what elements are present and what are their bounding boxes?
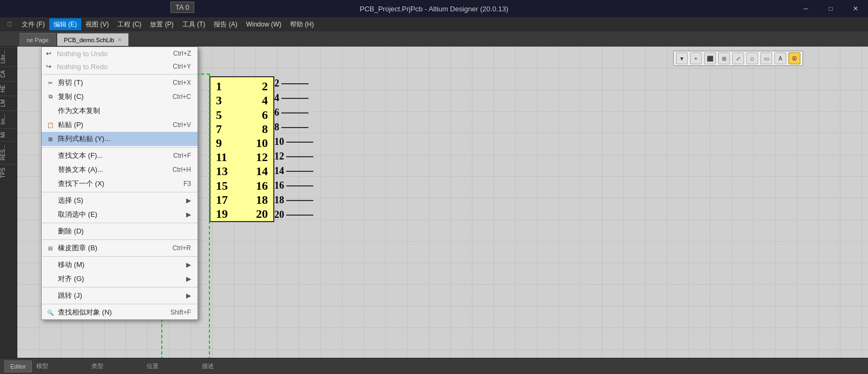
pin-row-right-12: 12	[274, 149, 313, 164]
maximize-button[interactable]: □	[818, 0, 843, 17]
menu-cut[interactable]: ✂ 剪切 (T) Ctrl+X	[42, 76, 198, 90]
delete-label: 删除 (D)	[58, 226, 84, 236]
move-left: 移动 (M)	[46, 260, 84, 270]
menu-jump[interactable]: 跳转 (J) ▶	[42, 289, 198, 303]
inner-pin-6: 6	[246, 108, 268, 122]
paste-icon: 📋	[46, 121, 55, 129]
toolbar-move-btn[interactable]: ⤢	[732, 52, 744, 64]
inner-pins-left: 1 3 5 7 9 11 13 15 17 19	[216, 77, 238, 221]
panel-label-mi[interactable]: MI	[0, 128, 17, 141]
inner-pin-4: 4	[246, 94, 268, 108]
panel-label-im[interactable]: Im...	[0, 110, 17, 128]
panel-label-tps[interactable]: TPS	[0, 164, 17, 181]
toolbar-select-btn[interactable]: ⬛	[704, 52, 716, 64]
toolbar-text-btn[interactable]: A	[774, 52, 786, 64]
ta0-indicator: TA 0	[170, 2, 194, 13]
undo-label: Nothing to Undo	[57, 50, 108, 58]
copy-label: 复制 (C)	[58, 92, 84, 102]
paste-shortcut: Ctrl+V	[173, 121, 191, 129]
menu-nothing-redo[interactable]: ↪ Nothing to Redo Ctrl+Y	[42, 60, 198, 73]
tab-schlib-label: PCB_demo.SchLib	[64, 37, 114, 43]
close-button[interactable]: ✕	[843, 0, 868, 17]
find-similar-label: 查找相似对象 (N)	[58, 308, 112, 317]
pin-row-right-10: 10	[274, 135, 313, 149]
find-next-left: 查找下一个 (X)	[46, 179, 104, 189]
jump-left: 跳转 (J)	[46, 291, 82, 300]
menu-item-report[interactable]: 报告 (A)	[209, 18, 241, 30]
menu-item-help[interactable]: 帮助 (H)	[286, 18, 318, 30]
panel-label-he[interactable]: HE	[0, 81, 17, 96]
replace-text-icon	[46, 165, 55, 174]
menu-item-window[interactable]: Window (W)	[242, 18, 286, 30]
menu-item-project[interactable]: 工程 (C)	[113, 18, 146, 30]
panel-label-lm[interactable]: LM	[0, 96, 17, 110]
inner-pin-2: 2	[246, 79, 268, 94]
replace-text-left: 替换文本 (A)...	[46, 165, 103, 175]
tab-close-schlib[interactable]: ✕	[117, 37, 122, 43]
menu-move[interactable]: 移动 (M) ▶	[42, 258, 198, 272]
menu-deselect[interactable]: 取消选中 (E) ▶	[42, 208, 198, 222]
pin-row-right-20: 20	[274, 208, 313, 222]
menu-array-paste[interactable]: ⊞ 阵列式粘贴 (Y)...	[42, 132, 198, 146]
find-similar-icon: 🔍	[46, 308, 55, 317]
toolbar-filter-btn[interactable]: ▼	[676, 52, 688, 64]
copy-text-left: 作为文本复制	[46, 106, 100, 116]
tab-schlib[interactable]: PCB_demo.SchLib ✕	[57, 33, 129, 46]
align-arrow: ▶	[186, 275, 191, 283]
pin-line-right-12	[286, 156, 313, 157]
paste-label: 粘贴 (P)	[58, 120, 83, 130]
find-text-label: 查找文本 (F)...	[58, 151, 103, 161]
menu-align[interactable]: 对齐 (G) ▶	[42, 272, 198, 286]
toolbar-add-btn[interactable]: +	[690, 52, 702, 64]
panel-label-libr[interactable]: Libr...	[0, 46, 17, 66]
canvas-area[interactable]: ▼ + ⬛ ⊞ ⤢ ◇ ▭ A ⦿ 1 3	[17, 46, 868, 358]
pin-line-right-14	[286, 171, 313, 172]
menu-nothing-undo[interactable]: ↩ Nothing to Undo Ctrl+Z	[42, 47, 198, 60]
menu-select[interactable]: 选择 (S) ▶	[42, 193, 198, 208]
menu-find-text[interactable]: 查找文本 (F)... Ctrl+F	[42, 149, 198, 163]
array-paste-icon: ⊞	[46, 135, 55, 143]
toolbar-align-btn[interactable]: ⊞	[718, 52, 730, 64]
pin-num-right-12: 12	[274, 151, 284, 162]
menu-item-place[interactable]: 放置 (P)	[146, 18, 177, 30]
sep-6	[42, 256, 198, 257]
inner-pin-12: 12	[246, 150, 268, 164]
menu-item-tools[interactable]: 工具 (T)	[178, 18, 210, 30]
pin-line-right-16	[286, 185, 313, 186]
toolbar-erase-btn[interactable]: ◇	[746, 52, 758, 64]
rubber-icon: ⊟	[46, 244, 55, 252]
minimize-button[interactable]: ─	[793, 0, 818, 17]
window-title: PCB_Project.PrjPcb - Altium Designer (20…	[360, 5, 509, 13]
menu-paste[interactable]: 📋 粘贴 (P) Ctrl+V	[42, 118, 198, 132]
menu-replace-text[interactable]: 替换文本 (A)... Ctrl+H	[42, 163, 198, 177]
panel-label-res[interactable]: RES...	[0, 141, 17, 164]
jump-arrow: ▶	[186, 292, 191, 299]
editor-tab[interactable]: Editor	[4, 360, 32, 372]
menu-find-next[interactable]: 查找下一个 (X) F3	[42, 177, 198, 191]
tab-home[interactable]: ne Page	[19, 33, 56, 46]
menu-copy[interactable]: ⧉ 复制 (C) Ctrl+C	[42, 90, 198, 104]
pin-line-right-20	[286, 215, 313, 216]
inner-pin-1: 1	[216, 79, 238, 94]
menu-item-view[interactable]: 视图 (V)	[81, 18, 113, 30]
copy-icon: ⧉	[46, 92, 55, 101]
undo-shortcut: Ctrl+Z	[173, 50, 191, 57]
align-label: 对齐 (G)	[58, 274, 84, 284]
select-label: 选择 (S)	[58, 196, 83, 205]
menu-delete[interactable]: 删除 (D)	[42, 224, 198, 238]
toolbar-rect-btn[interactable]: ▭	[760, 52, 772, 64]
menu-item-edit[interactable]: 编辑 (E)	[49, 18, 81, 30]
sep-5	[42, 239, 198, 240]
toolbar-pin-btn[interactable]: ⦿	[788, 52, 800, 64]
menu-rubber[interactable]: ⊟ 橡皮图章 (B) Ctrl+R	[42, 241, 198, 255]
inner-pin-17: 17	[216, 193, 238, 207]
inner-pin-8: 8	[246, 122, 268, 136]
title-bar: PCB_Project.PrjPcb - Altium Designer (20…	[0, 0, 868, 17]
panel-label-ca[interactable]: CA	[0, 66, 17, 81]
menu-find-similar[interactable]: 🔍 查找相似对象 (N) Shift+F	[42, 305, 198, 319]
menu-item-file[interactable]: 文件 (F)	[17, 18, 49, 30]
menu-copy-as-text[interactable]: 作为文本复制	[42, 104, 198, 118]
editor-tab-label: Editor	[10, 363, 26, 370]
deselect-left: 取消选中 (E)	[46, 210, 97, 219]
paste-left: 📋 粘贴 (P)	[46, 120, 83, 130]
